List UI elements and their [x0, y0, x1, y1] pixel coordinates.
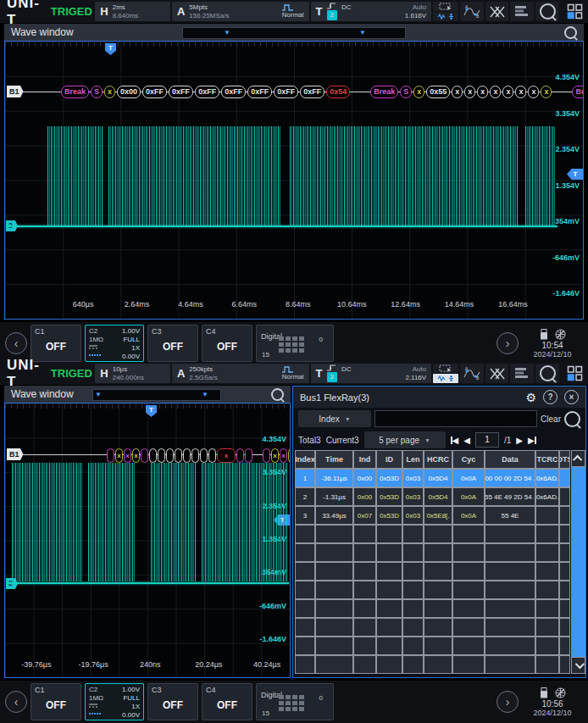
trigger-menu[interactable]: T 2 DC Auto2.116V: [311, 364, 432, 383]
search-input[interactable]: [374, 410, 537, 427]
table-cell[interactable]: [452, 543, 485, 562]
table-cell[interactable]: [315, 599, 353, 618]
table-cell[interactable]: [535, 618, 559, 637]
table-cell[interactable]: [452, 525, 485, 543]
table-cell[interactable]: [424, 525, 452, 543]
table-cell[interactable]: [295, 543, 315, 562]
table-cell[interactable]: [424, 581, 452, 599]
settings-gear-icon[interactable]: ⚙: [525, 391, 536, 404]
table-cell[interactable]: [559, 543, 570, 562]
table-header-cell[interactable]: Len: [402, 450, 424, 469]
table-cell[interactable]: [402, 599, 424, 618]
table-cell[interactable]: [315, 562, 353, 581]
table-cell[interactable]: 33.49µs: [315, 506, 353, 525]
measure-ab-icon[interactable]: AB: [460, 364, 484, 383]
channel-2-box[interactable]: C21.00V 1MΩFULL 1X 0.00V: [85, 325, 144, 362]
waveform-display[interactable]: T B1 BreakSx0x000xFF0xFF0xFF0xFF0xFF0xFF…: [4, 41, 584, 320]
table-cell[interactable]: [535, 637, 559, 655]
table-cell[interactable]: [559, 618, 570, 637]
table-cell[interactable]: [485, 618, 535, 637]
table-cell[interactable]: [559, 506, 570, 525]
table-cell[interactable]: 0x53D: [376, 487, 402, 506]
table-cell[interactable]: [295, 637, 315, 655]
results-list-icon[interactable]: [510, 2, 534, 21]
table-cell[interactable]: [402, 525, 424, 543]
prev-panel-button[interactable]: ‹: [5, 691, 27, 713]
table-cell[interactable]: [535, 599, 559, 618]
position-marker-icon[interactable]: ▼: [202, 390, 208, 399]
table-cell[interactable]: [485, 543, 535, 562]
table-cell[interactable]: -1.31µs: [315, 487, 353, 506]
zoom-in-icon[interactable]: [564, 26, 577, 39]
table-header-cell[interactable]: ID: [376, 450, 402, 469]
acquire-menu[interactable]: A 5Mpts156.25MSa/s Normal: [172, 2, 309, 21]
table-cell[interactable]: [353, 618, 376, 637]
table-cell[interactable]: [402, 562, 424, 581]
position-marker-icon[interactable]: ▼: [95, 390, 102, 399]
table-cell[interactable]: [535, 581, 559, 599]
table-cell[interactable]: 0x03: [402, 487, 424, 506]
table-cell[interactable]: [559, 469, 570, 487]
table-cell[interactable]: 0x5D4: [424, 469, 452, 487]
search-icon[interactable]: [535, 2, 559, 21]
channel-4-box[interactable]: C4 OFF: [202, 325, 252, 362]
trigger-level-tag[interactable]: T: [567, 169, 584, 180]
window-layout-icon[interactable]: [563, 2, 586, 21]
table-header-cell[interactable]: DTS: [559, 450, 570, 469]
table-cell[interactable]: [424, 543, 452, 562]
window-layout-icon[interactable]: [563, 364, 586, 383]
table-cell[interactable]: [535, 543, 559, 562]
table-cell[interactable]: [376, 618, 402, 637]
table-cell[interactable]: [535, 506, 559, 525]
table-cell[interactable]: -36.11µs: [315, 469, 353, 487]
close-icon[interactable]: ×: [564, 390, 579, 404]
table-cell[interactable]: [295, 655, 315, 674]
table-header-cell[interactable]: HCRC: [424, 450, 452, 469]
table-cell[interactable]: [376, 562, 402, 581]
table-cell[interactable]: [402, 637, 424, 655]
channel-4-box[interactable]: C4 OFF: [202, 683, 252, 720]
table-cell[interactable]: 0x0A: [452, 469, 485, 487]
table-cell[interactable]: [315, 637, 353, 655]
scroll-down-icon[interactable]: [571, 657, 585, 674]
table-cell[interactable]: 0x0A: [452, 487, 485, 506]
table-header-cell[interactable]: Ind: [353, 450, 376, 469]
table-cell[interactable]: [559, 487, 570, 506]
table-cell[interactable]: [485, 637, 535, 655]
table-header-cell[interactable]: Time: [315, 450, 353, 469]
table-cell[interactable]: [315, 581, 353, 599]
table-cell[interactable]: [485, 599, 535, 618]
table-cell[interactable]: [402, 655, 424, 674]
table-cell[interactable]: [485, 655, 535, 674]
table-cell[interactable]: 0x5D4: [424, 487, 452, 506]
horizontal-position-bar[interactable]: ▼ ▼: [92, 389, 221, 401]
table-cell[interactable]: 0x0A: [452, 506, 485, 525]
last-page-button[interactable]: ▶: [528, 436, 536, 445]
table-header-cell[interactable]: Cyc: [452, 450, 485, 469]
table-cell[interactable]: [452, 599, 485, 618]
bus1-tag[interactable]: B1: [7, 86, 24, 97]
clear-button[interactable]: Clear: [541, 414, 561, 424]
acquire-menu[interactable]: A 250kpts2.5GSa/s Normal: [172, 364, 309, 383]
table-cell[interactable]: [315, 543, 353, 562]
next-panel-button[interactable]: ›: [496, 691, 519, 713]
horizontal-menu[interactable]: H 10µs240.000ns: [95, 364, 170, 383]
table-cell[interactable]: [424, 655, 452, 674]
trigger-position-marker[interactable]: T: [146, 405, 157, 417]
filter-column-dropdown[interactable]: Index ▼: [298, 410, 371, 427]
scrollbar-thumb[interactable]: [571, 467, 585, 657]
page-number-input[interactable]: 1: [475, 432, 499, 448]
position-marker-icon[interactable]: ▼: [359, 28, 366, 37]
prev-panel-button[interactable]: ‹: [5, 332, 27, 354]
table-cell[interactable]: [295, 599, 315, 618]
table-cell[interactable]: [535, 655, 559, 674]
trigger-menu[interactable]: T 2 DC Auto1.616V: [311, 2, 432, 21]
table-cell[interactable]: [315, 655, 353, 674]
search-icon[interactable]: [564, 411, 580, 427]
table-cell[interactable]: [376, 581, 402, 599]
waveform-display[interactable]: T B1 xxxxxxxxxxx 2 T 4.354V3.354V2.354V1…: [4, 403, 291, 678]
prev-page-button[interactable]: ◀: [463, 436, 470, 445]
table-cell[interactable]: [485, 562, 535, 581]
table-cell[interactable]: [424, 562, 452, 581]
table-cell[interactable]: [424, 637, 452, 655]
